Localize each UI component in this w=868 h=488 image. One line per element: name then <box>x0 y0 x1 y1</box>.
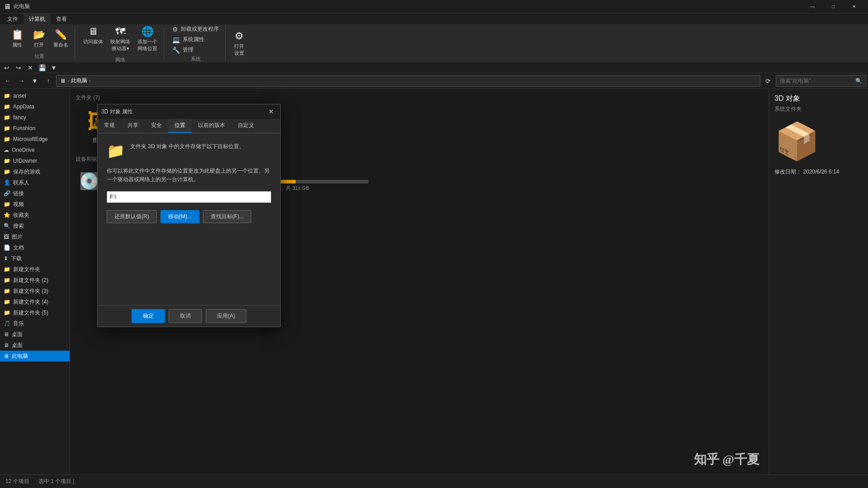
qat-delete[interactable]: ✕ <box>25 63 35 73</box>
rename-button[interactable]: ✏️ 重命名 <box>51 27 71 50</box>
quick-access-toolbar: ↩ ↪ ✕ 💾 ▼ <box>0 62 868 73</box>
tab-computer[interactable]: 计算机 <box>24 14 51 24</box>
sidebar-item-label: 新建文件夹 (3) <box>13 287 48 295</box>
sidebar-item-new1[interactable]: 📁 新建文件夹 <box>0 264 70 275</box>
sidebar-item-ansel[interactable]: 📁 ansel <box>0 90 70 101</box>
tab-view[interactable]: 查看 <box>51 14 72 24</box>
dialog-path-input[interactable] <box>107 191 271 203</box>
open-settings-button[interactable]: ⚙ 打开设置 <box>229 28 249 58</box>
sidebar-item-fancy[interactable]: 📁 fancy <box>0 112 70 123</box>
open-label: 打开 <box>34 42 44 48</box>
move-button[interactable]: 移动(M)... <box>160 210 199 223</box>
status-bar: 12 个项目 选中 1 个项目 | <box>0 474 868 488</box>
ribbon-group-network: 🖥 访问媒体 🗺 映射网络 驱动器▾ 🌐 添加一个 网络位置 网络 <box>77 26 164 61</box>
sidebar-item-favorites[interactable]: ⭐ 收藏夹 <box>0 210 70 221</box>
dialog-close-button[interactable]: ✕ <box>266 106 277 117</box>
dialog-tab-share[interactable]: 共享 <box>121 119 145 133</box>
sidebar-item-icon: 🖥 <box>4 331 9 338</box>
add-network-button[interactable]: 🌐 添加一个 网络位置 <box>135 24 160 54</box>
sidebar-item-search[interactable]: 🔍 搜索 <box>0 221 70 231</box>
sidebar-item-icon: 📄 <box>4 244 10 251</box>
search-input[interactable] <box>780 78 854 84</box>
sidebar-item-msedge[interactable]: 📁 MicrosoftEdge <box>0 134 70 145</box>
sidebar-item-downloads[interactable]: ⬇ 下载 <box>0 253 70 264</box>
path-icon: 🖥 <box>60 78 66 84</box>
sidebar-item-video[interactable]: 📁 视频 <box>0 199 70 210</box>
qat-more[interactable]: ▼ <box>49 63 59 73</box>
find-target-button[interactable]: 查找目标(F)... <box>203 210 251 223</box>
restore-default-button[interactable]: 还原默认值(R) <box>107 210 157 223</box>
sidebar-item-documents[interactable]: 📄 文档 <box>0 242 70 253</box>
properties-button[interactable]: 📋 属性 <box>7 27 27 50</box>
sidebar-item-label: 下载 <box>11 255 22 263</box>
qat-undo[interactable]: ↩ <box>2 63 12 73</box>
sidebar-item-new4[interactable]: 📁 新建文件夹 (4) <box>0 296 70 307</box>
sidebar-item-icon: 🔍 <box>4 223 10 229</box>
dialog-tab-location[interactable]: 位置 <box>168 119 192 133</box>
sidebar-item-music[interactable]: 🎵 音乐 <box>0 318 70 329</box>
dropdown-button[interactable]: ▼ <box>29 75 41 87</box>
sidebar-item-label: OneDrive <box>12 147 35 153</box>
sidebar-item-label: 图片 <box>12 233 23 241</box>
dialog-ok-button[interactable]: 确定 <box>132 309 165 323</box>
sidebar-item-funshion[interactable]: 📁 Funshion <box>0 123 70 134</box>
tab-file[interactable]: 文件 <box>2 14 24 24</box>
path-text: 此电脑 <box>71 77 87 84</box>
back-button[interactable]: ← <box>2 75 14 87</box>
maximize-button[interactable]: □ <box>823 0 844 14</box>
sidebar-item-pictures[interactable]: 🖼 图片 <box>0 231 70 242</box>
close-button[interactable]: ✕ <box>844 0 864 14</box>
sidebar-item-appdata[interactable]: 📁 AppData <box>0 101 70 112</box>
qat-redo[interactable]: ↪ <box>14 63 24 73</box>
sidebar-item-contacts[interactable]: 👤 联系人 <box>0 177 70 188</box>
properties-icon: 📋 <box>11 29 24 41</box>
system-props-button[interactable]: 💻 系统属性 <box>170 35 222 44</box>
dialog-description1: 文件夹 3D 对象 中的文件存储于以下目标位置。 <box>130 142 245 151</box>
media-button[interactable]: 🖥 访问媒体 <box>80 24 106 54</box>
drive-d-icon: 💽 <box>79 172 99 191</box>
dialog-tab-custom[interactable]: 自定义 <box>231 119 260 133</box>
dialog-folder-icon: 📁 <box>107 142 125 160</box>
right-panel-title: 3D 对象 <box>774 94 863 103</box>
dialog-tab-security[interactable]: 安全 <box>145 119 168 133</box>
dialog-tab-previous[interactable]: 以前的版本 <box>192 119 231 133</box>
sidebar-item-thispc[interactable]: 🖥 此电脑 <box>0 351 70 361</box>
right-panel: 3D 对象 系统文件夹 📦 修改日期： 2020/6/26 6:14 <box>769 89 868 474</box>
search-bar[interactable]: 🔍 <box>776 75 866 87</box>
uninstall-label: 卸载或更改程序 <box>181 25 219 33</box>
sidebar-item-icon: 📁 <box>4 158 10 164</box>
sidebar-item-uidowner[interactable]: 📁 UIDowner <box>0 155 70 166</box>
properties-dialog: 3D 对象 属性 ✕ 常规 共享 安全 位置 以前的版本 自定义 📁 文件夹 3… <box>97 104 281 327</box>
refresh-button[interactable]: ⟳ <box>762 75 774 87</box>
sidebar-item-icon: 📁 <box>4 125 10 131</box>
sidebar-item-new2[interactable]: 📁 新建文件夹 (2) <box>0 275 70 286</box>
map-drive-button[interactable]: 🗺 映射网络 驱动器▾ <box>108 24 133 54</box>
right-panel-folder-icon: 📦 <box>774 120 863 163</box>
sidebar-item-icon: 📁 <box>4 169 10 175</box>
up-button[interactable]: ↑ <box>42 75 54 87</box>
dialog-apply-button[interactable]: 应用(A) <box>206 309 246 323</box>
system-props-icon: 💻 <box>172 36 180 43</box>
sidebar-item-icon: 📁 <box>4 136 10 142</box>
sidebar-item-label: 此电脑 <box>12 352 28 360</box>
sidebar-item-desktop1[interactable]: 🖥 桌面 <box>0 329 70 340</box>
uninstall-button[interactable]: ⚙ 卸载或更改程序 <box>170 24 222 34</box>
qat-save[interactable]: 💾 <box>37 63 47 73</box>
ribbon-tabs: 文件 计算机 查看 <box>0 14 868 24</box>
minimize-button[interactable]: — <box>802 0 823 14</box>
sidebar-item-new3[interactable]: 📁 新建文件夹 (3) <box>0 286 70 296</box>
address-path[interactable]: 🖥 › 此电脑 › <box>56 75 760 87</box>
dialog-cancel-button[interactable]: 取消 <box>169 309 202 323</box>
open-button[interactable]: 📂 打开 <box>29 27 49 50</box>
sidebar-item-onedrive[interactable]: ☁ OneDrive <box>0 145 70 155</box>
dialog-tab-general[interactable]: 常规 <box>98 119 121 133</box>
sidebar-item-new5[interactable]: 📁 新建文件夹 (5) <box>0 307 70 318</box>
settings-icon: ⚙ <box>235 30 244 42</box>
map-drive-icon: 🗺 <box>115 26 125 38</box>
manage-button[interactable]: 🔧 管理 <box>170 45 222 55</box>
sidebar-item-savedgames[interactable]: 📁 保存的游戏 <box>0 166 70 177</box>
sidebar-item-desktop2[interactable]: 🖥 桌面 <box>0 340 70 351</box>
forward-button[interactable]: → <box>15 75 27 87</box>
sidebar-item-links[interactable]: 🔗 链接 <box>0 188 70 199</box>
sidebar-item-label: 新建文件夹 (5) <box>13 309 48 317</box>
